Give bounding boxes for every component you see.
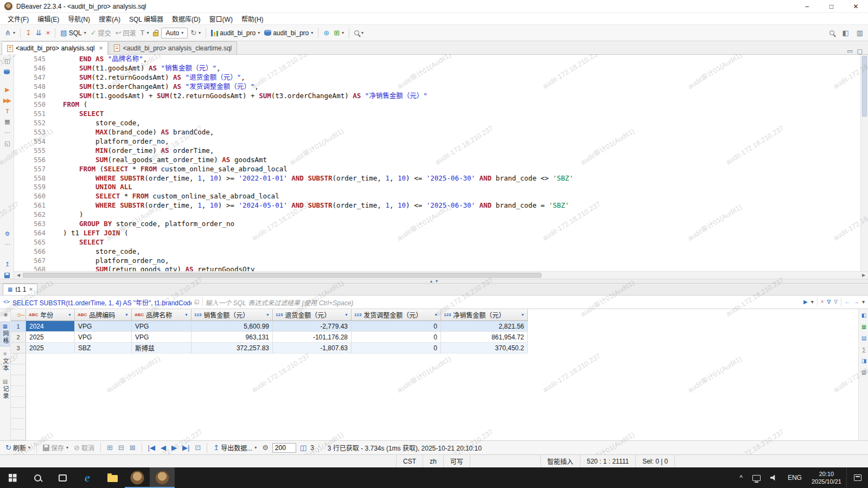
value-panel-icon[interactable]: ◨ [859,357,868,365]
query-history-icon[interactable]: ↻▾ [189,28,202,37]
column-header[interactable]: 123净销售金额（元）▼ [441,309,528,321]
dropdown-arrow-icon[interactable]: ▾ [84,30,86,35]
fetch-down-icon[interactable]: ⇊ [34,28,43,37]
dropdown-arrow-icon[interactable]: ▾ [258,30,260,35]
dropdown-arrow-icon[interactable]: ▾ [181,30,183,35]
first-page-icon[interactable]: |◀ [146,443,157,452]
dropdown-arrow-icon[interactable]: ▾ [342,30,344,35]
maximize-button[interactable]: □ [819,0,844,12]
dropdown-arrow-icon[interactable]: ▾ [199,30,201,35]
clear-filter-icon[interactable]: × [821,299,824,305]
prev-page-icon[interactable]: ◀ [159,443,168,452]
close-button[interactable]: ✕ [844,0,868,12]
network-tray-icon[interactable] [748,467,765,488]
column-header[interactable]: ABC品牌名称▼ [132,309,192,321]
column-filter-arrow-icon[interactable]: ▼ [184,313,188,317]
column-header[interactable]: 123销售金额（元）▼ [192,309,273,321]
history-back-icon[interactable]: ← [845,299,850,305]
ie-browser-button[interactable]: e [75,467,100,488]
output-icon[interactable]: ↥ [2,261,12,268]
last-page-icon[interactable]: ▶| [181,443,191,452]
file-explorer-button[interactable] [100,467,125,488]
column-filter-arrow-icon[interactable]: ▼ [68,313,72,317]
start-button[interactable] [0,467,25,488]
menu-item[interactable]: 帮助(H) [237,13,268,24]
column-filter-arrow-icon[interactable]: ▼ [521,313,525,317]
find-in-editor-icon[interactable] [828,29,836,36]
restore-editor-icon[interactable]: ▢ [857,48,863,54]
column-filter-arrow-icon[interactable]: ▼ [434,313,438,317]
editor-tab[interactable]: <audit_bi_pro> analysis.sql× [2,41,108,55]
collapse-down-icon[interactable]: ▼ [435,279,439,283]
grid-cell[interactable]: 2025 [26,332,75,343]
menu-item[interactable]: 导航(N) [63,13,94,24]
commit-button[interactable]: ✓提交 [89,27,113,38]
status-segment[interactable]: 智能插入 [540,455,580,467]
explain-plan-icon[interactable]: T [2,108,12,115]
scrollbar-track[interactable] [23,272,859,279]
execute-script-icon[interactable]: ▶▶ [2,97,12,104]
history-dropdown-icon[interactable]: ▾ [862,299,865,305]
grid-cell[interactable]: VPG [75,321,132,332]
dropdown-arrow-icon[interactable]: ▾ [254,445,257,450]
close-results-tab-icon[interactable]: × [29,286,33,293]
calc-panel-icon[interactable]: ∑ [859,345,868,354]
settings-icon[interactable]: ⚙ [2,230,12,237]
database-select[interactable]: audit_bi_pro▾ [263,28,315,38]
database-object-icon[interactable] [2,68,12,75]
row-number[interactable]: 3 [11,343,26,354]
dropdown-arrow-icon[interactable]: ▾ [146,30,149,35]
filter-save-icon[interactable]: ∇ [834,299,838,305]
scroll-right-icon[interactable]: ▶ [859,273,868,278]
view-tab-text[interactable]: ≡文本 [1,349,10,374]
menu-item[interactable]: 窗口(W) [205,13,237,24]
grid-cell[interactable]: 0 [352,321,441,332]
edit-delete-row-icon[interactable]: ⊠ [128,443,137,452]
volume-tray-icon[interactable] [765,467,783,488]
grid-cell[interactable]: 斯搏兹 [132,343,192,354]
edit-duplicate-row-icon[interactable]: ⊟ [117,443,126,452]
grid-cell[interactable]: 2024 [26,321,75,332]
dropdown-arrow-icon[interactable]: ▾ [361,30,363,35]
view-tab-record[interactable]: ▤记录 [1,377,10,402]
connection-select[interactable]: audit_bi_pro▾ [209,28,261,38]
notification-center-button[interactable] [846,467,868,488]
task-view-button[interactable] [50,467,75,488]
grid-cell[interactable]: 372,257.83 [192,343,273,354]
grid-cell[interactable]: 370,450.2 [441,343,528,354]
panel-settings-icon[interactable]: ▥ [855,28,865,37]
toggle-layout-icon[interactable]: ◧ [840,28,850,37]
filter-funnel-icon[interactable]: ∇ [827,299,831,305]
status-segment[interactable]: 520 : 1 : 21111 [580,455,635,467]
editor-tab[interactable]: <audit_bi_pro> analysis_cleartime.sql [108,41,237,54]
panel-metadata-icon[interactable]: ▤ [859,334,868,342]
execute-statement-icon[interactable]: ▶ [2,86,12,93]
save-file-icon[interactable] [2,272,12,279]
collapse-up-icon[interactable]: ▲ [430,279,433,283]
grid-cell[interactable]: 2,821.56 [441,321,528,332]
grid-cell[interactable]: VPG [132,332,192,343]
grid-cell[interactable]: -2,779.43 [273,321,352,332]
fetch-all-icon[interactable]: ⊡ [193,443,202,452]
row-number[interactable]: 1 [11,321,26,332]
filter-input[interactable]: 输入一个 SQL 表达式来过滤结果 (使用 Ctrl+Space) [206,298,801,307]
more-tools-icon[interactable]: ⋯ [2,241,12,248]
column-filter-arrow-icon[interactable]: ▼ [344,313,348,317]
column-header[interactable]: ABC品牌编码▼ [75,309,132,321]
dropdown-arrow-icon[interactable]: ▾ [13,30,15,35]
menu-item[interactable]: 搜索(A) [94,13,125,24]
results-tab[interactable]: ▦ t1 1 × [3,284,37,295]
dropdown-arrow-icon[interactable]: ▾ [66,445,68,450]
tray-expand-button[interactable]: ^ [735,467,748,488]
column-header[interactable]: 123退货金额（元）▼ [273,309,352,321]
editor-results-splitter[interactable]: ▲ ▼ [0,279,868,284]
panel-layout-icon[interactable]: ▥ [859,368,868,376]
status-segment[interactable]: CST [396,455,423,467]
minimize-editor-icon[interactable]: ▭ [847,48,852,54]
grid-cell[interactable]: SBZ [75,343,132,354]
segment-count-icon[interactable]: ◫ [298,443,308,452]
grid-cell[interactable]: 5,600.99 [192,321,273,332]
open-console-icon[interactable]: ⊛ [322,28,331,37]
edit-add-row-icon[interactable]: ⊞ [105,443,114,452]
panel-maximize-icon[interactable]: ◧ [859,311,868,319]
